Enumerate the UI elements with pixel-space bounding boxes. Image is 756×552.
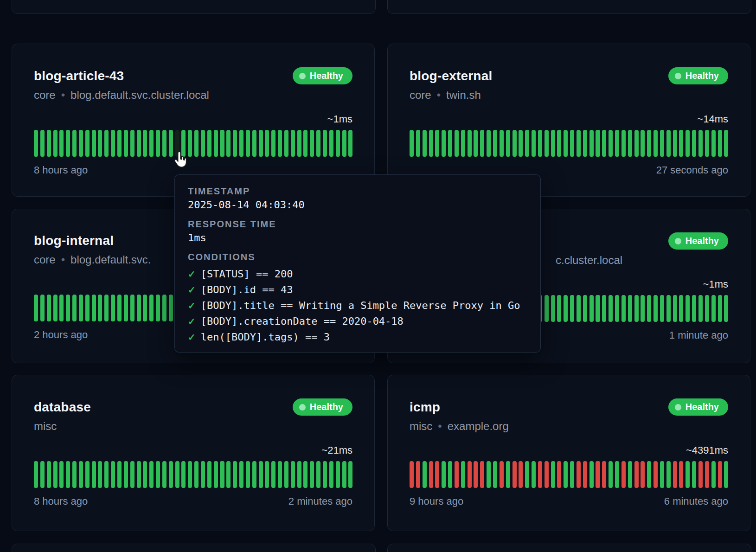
history-bar[interactable] [679, 461, 683, 488]
history-bar[interactable] [303, 461, 308, 488]
history-bar[interactable] [348, 130, 352, 157]
history-bar[interactable] [519, 130, 523, 157]
history-bar[interactable] [246, 461, 250, 488]
history-bar[interactable] [474, 461, 478, 488]
history-bar[interactable] [711, 461, 716, 488]
history-bar[interactable] [570, 295, 574, 322]
history-bar[interactable] [169, 295, 173, 321]
history-bar[interactable] [500, 130, 504, 157]
history-bar[interactable] [85, 461, 90, 488]
partial-card-bottom-right[interactable] [387, 544, 751, 552]
history-bar[interactable] [435, 130, 439, 157]
history-bar[interactable] [162, 461, 167, 488]
history-bar[interactable] [72, 295, 77, 321]
history-bar[interactable] [519, 461, 523, 488]
history-bar[interactable] [545, 295, 549, 322]
card-blog-external[interactable]: blog-external Healthy core • twin.sh ~14… [387, 44, 750, 197]
history-bar[interactable] [698, 295, 703, 322]
history-bar[interactable] [564, 295, 568, 322]
history-bar[interactable] [416, 461, 420, 488]
history-bar[interactable] [641, 295, 645, 322]
history-bar[interactable] [303, 130, 308, 157]
history-bar[interactable] [124, 461, 128, 488]
history-bar[interactable] [410, 130, 414, 157]
history-bar[interactable] [34, 295, 38, 321]
history-bar[interactable] [698, 130, 703, 157]
history-bar[interactable] [316, 461, 320, 488]
history-bar[interactable] [233, 461, 237, 488]
history-bar[interactable] [583, 461, 587, 488]
history-bar[interactable] [442, 130, 446, 157]
history-bar[interactable] [647, 130, 651, 157]
history-bar[interactable] [711, 295, 716, 322]
history-bar[interactable] [265, 461, 269, 488]
history-bar[interactable] [423, 461, 427, 488]
history-bar[interactable] [679, 295, 683, 322]
history-bar[interactable] [85, 295, 90, 321]
history-bar[interactable] [538, 461, 542, 488]
history-bar[interactable] [137, 295, 141, 321]
history-bar[interactable] [609, 130, 613, 157]
history-bar[interactable] [577, 295, 581, 322]
history-bar[interactable] [291, 130, 295, 157]
history-bar[interactable] [72, 130, 77, 157]
history-bar[interactable] [201, 461, 205, 488]
history-bar[interactable] [278, 461, 282, 488]
history-bar[interactable] [226, 130, 231, 157]
history-bar[interactable] [104, 295, 109, 321]
history-bar[interactable] [493, 130, 497, 157]
history-bar[interactable] [34, 461, 38, 488]
history-bar[interactable] [557, 295, 561, 322]
history-bar[interactable] [724, 461, 728, 488]
history-bar[interactable] [557, 130, 561, 157]
history-bar[interactable] [181, 461, 186, 488]
history-bar[interactable] [111, 295, 115, 321]
history-bar[interactable] [79, 461, 83, 488]
history-bar[interactable] [634, 461, 639, 488]
history-bar[interactable] [480, 461, 484, 488]
history-bar[interactable] [577, 130, 581, 157]
history-bar[interactable] [621, 461, 626, 488]
history-bar[interactable] [621, 130, 626, 157]
history-bar[interactable] [634, 295, 639, 322]
partial-card-top-right[interactable] [387, 0, 751, 14]
history-bar[interactable] [660, 295, 664, 322]
history-bar[interactable] [506, 130, 510, 157]
history-bar[interactable] [117, 295, 122, 321]
history-bar[interactable] [59, 130, 64, 157]
history-bar[interactable] [162, 295, 167, 321]
history-bar[interactable] [513, 461, 517, 488]
history-bar[interactable] [429, 461, 433, 488]
history-bar[interactable] [40, 295, 45, 321]
history-bar[interactable] [59, 295, 64, 321]
history-bar[interactable] [284, 461, 288, 488]
history-bar[interactable] [718, 130, 722, 157]
history-bar[interactable] [583, 295, 587, 322]
history-bar[interactable] [342, 130, 346, 157]
history-bar[interactable] [246, 130, 250, 157]
history-bar[interactable] [718, 461, 722, 488]
history-bar[interactable] [653, 461, 658, 488]
history-bar[interactable] [570, 130, 574, 157]
history-bar[interactable] [79, 130, 83, 157]
history-bar[interactable] [323, 130, 327, 157]
history-bar[interactable] [47, 461, 51, 488]
history-bar[interactable] [92, 295, 96, 321]
history-bar[interactable] [175, 461, 179, 488]
history-bar[interactable] [564, 461, 568, 488]
history-bar[interactable] [564, 130, 568, 157]
history-bar[interactable] [220, 130, 224, 157]
history-bar[interactable] [493, 461, 497, 488]
card-icmp[interactable]: icmp Healthy misc • example.org ~4391ms … [387, 375, 750, 531]
history-bar[interactable] [679, 130, 683, 157]
history-bar[interactable] [252, 130, 256, 157]
history-bar[interactable] [628, 295, 632, 322]
history-bar[interactable] [692, 130, 696, 157]
history-bar[interactable] [259, 130, 263, 157]
history-bar[interactable] [214, 461, 218, 488]
history-bar[interactable] [468, 461, 472, 488]
history-bar[interactable] [117, 461, 122, 488]
history-bar[interactable] [673, 461, 677, 488]
history-bar[interactable] [474, 130, 478, 157]
history-bar[interactable] [156, 295, 160, 321]
